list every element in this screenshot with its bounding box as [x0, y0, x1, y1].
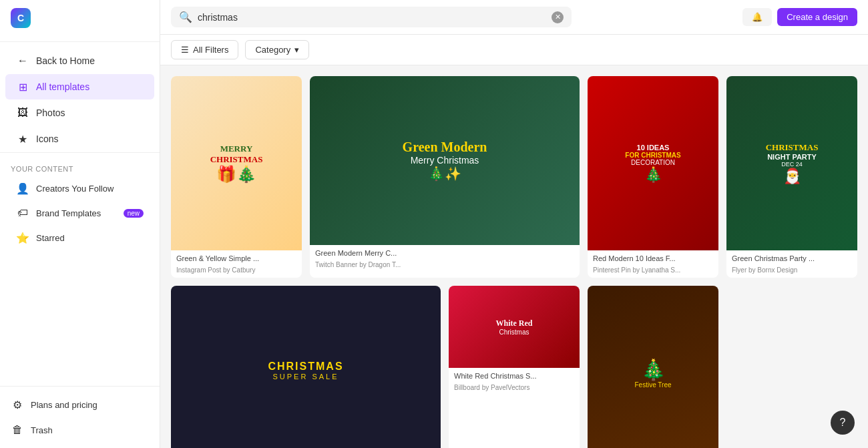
sidebar-item-starred[interactable]: ⭐ Starred [5, 226, 154, 250]
brand-badge: new [124, 209, 144, 218]
your-content-header: Your Content [0, 160, 160, 176]
card-label-2: Green Modern Merry C... [310, 245, 580, 261]
sidebar-item-templates[interactable]: ⊞ All templates [5, 74, 154, 99]
card-image-1: MERRY CHRISTMAS 🎁🎄 [171, 76, 302, 250]
sidebar-item-creators[interactable]: 👤 Creators You Follow [5, 176, 154, 200]
category-button[interactable]: Category ▾ [245, 40, 309, 59]
template-card-4[interactable]: 10 IDEAS FOR CHRISTMAS DECORATION 🎄 Red … [588, 76, 718, 278]
template-grid-area: MERRY CHRISTMAS 🎁🎄 Green & Yellow Simple… [160, 65, 868, 448]
canva-logo-icon: C [11, 8, 31, 28]
card-image-2: Green Modern Merry Christmas 🎄✨ [310, 76, 580, 245]
sidebar-nav: ← Back to Home ⊞ All templates 🖼 Photos … [0, 42, 160, 386]
creators-icon: 👤 [16, 182, 29, 195]
sidebar-item-icons[interactable]: ★ Icons [5, 126, 154, 152]
search-box[interactable]: 🔍 ✕ [171, 7, 572, 27]
card-label-1: Green & Yellow Simple ... [171, 250, 302, 266]
template-card-3[interactable]: CHRISTMAS SUPER SALE Black Gold Festive … [171, 286, 441, 448]
template-card-2[interactable]: Green Modern Merry Christmas 🎄✨ Green Mo… [310, 76, 580, 278]
all-filters-label: All Filters [193, 45, 228, 55]
template-card-1[interactable]: MERRY CHRISTMAS 🎁🎄 Green & Yellow Simple… [171, 76, 302, 278]
filter-icon: ☰ [181, 45, 189, 55]
trash-icon: 🗑 [11, 423, 24, 437]
your-content-section: Your Content 👤 Creators You Follow 🏷 Bra… [0, 152, 160, 254]
all-filters-button[interactable]: ☰ All Filters [171, 40, 238, 59]
card-label-4: Red Modern 10 Ideas F... [588, 250, 718, 266]
trash-label: Trash [31, 425, 53, 435]
category-label: Category [255, 45, 290, 55]
create-design-button[interactable]: Create a design [777, 8, 857, 26]
sidebar-item-label: All templates [36, 81, 89, 92]
card-image-6: 🎄 Festive Tree [588, 286, 718, 448]
templates-icon: ⊞ [16, 80, 29, 93]
topbar-actions: 🔔 Create a design [742, 8, 857, 26]
template-card-8[interactable]: White Red Christmas White Red Christmas … [449, 286, 580, 448]
sidebar-item-trash[interactable]: 🗑 Trash [0, 417, 160, 443]
starred-icon: ⭐ [16, 231, 29, 244]
home-icon: ← [16, 54, 29, 67]
card-sublabel-2: Twitch Banner by Dragon T... [310, 261, 580, 272]
icons-icon: ★ [16, 132, 29, 146]
template-card-5[interactable]: CHRISTMAS NIGHT PARTY DEC 24 🎅 Green Chr… [726, 76, 857, 278]
sidebar-item-photos[interactable]: 🖼 Photos [5, 100, 154, 126]
brand-label: Brand Templates [36, 208, 101, 218]
starred-label: Starred [36, 233, 65, 243]
help-button[interactable]: ? [831, 411, 855, 435]
card-sublabel-1: Instagram Post by Catbury [171, 266, 302, 278]
sidebar-bottom: ⚙ Plans and pricing 🗑 Trash [0, 386, 160, 448]
sidebar-item-plans[interactable]: ⚙ Plans and pricing [0, 392, 160, 417]
sidebar: C ← Back to Home ⊞ All templates 🖼 Photo… [0, 0, 160, 448]
card-sublabel-4: Pinterest Pin by Lyanatha S... [588, 266, 718, 278]
creators-label: Creators You Follow [36, 184, 114, 194]
sidebar-item-home[interactable]: ← Back to Home [5, 48, 154, 73]
card-sublabel-8: Billboard by PavelVectors [449, 384, 580, 395]
bell-icon: 🔔 [752, 12, 763, 22]
search-clear-button[interactable]: ✕ [552, 11, 564, 23]
card-image-3: CHRISTMAS SUPER SALE [171, 286, 441, 448]
chevron-down-icon: ▾ [294, 45, 299, 55]
search-icon: 🔍 [179, 11, 192, 23]
card-image-8: White Red Christmas [449, 286, 580, 368]
card-image-4: 10 IDEAS FOR CHRISTMAS DECORATION 🎄 [588, 76, 718, 250]
card-label-5: Green Christmas Party ... [726, 250, 857, 266]
card-label-8: White Red Christmas S... [449, 368, 580, 384]
bell-button[interactable]: 🔔 [742, 8, 772, 26]
settings-icon: ⚙ [11, 398, 24, 411]
photos-icon: 🖼 [16, 106, 29, 120]
template-grid: MERRY CHRISTMAS 🎁🎄 Green & Yellow Simple… [171, 76, 857, 448]
card-sublabel-5: Flyer by Bornx Design [726, 266, 857, 278]
sidebar-logo: C [11, 8, 149, 28]
sidebar-item-label: Icons [36, 134, 58, 144]
sidebar-top: C [0, 0, 160, 42]
brand-icon: 🏷 [16, 206, 29, 220]
sidebar-item-label: Photos [36, 107, 65, 118]
topbar: 🔍 ✕ 🔔 Create a design [160, 0, 868, 35]
filter-bar: ☰ All Filters Category ▾ [160, 35, 868, 65]
card-image-5: CHRISTMAS NIGHT PARTY DEC 24 🎅 [726, 76, 857, 250]
plans-label: Plans and pricing [31, 400, 97, 410]
sidebar-item-label: Back to Home [36, 55, 95, 66]
search-input[interactable] [198, 12, 546, 23]
sidebar-item-brand[interactable]: 🏷 Brand Templates new [5, 201, 154, 225]
main-area: 🔍 ✕ 🔔 Create a design ☰ All Filters Cate… [160, 0, 868, 448]
template-card-6[interactable]: 🎄 Festive Tree Festive Decorated Tree...… [588, 286, 718, 448]
